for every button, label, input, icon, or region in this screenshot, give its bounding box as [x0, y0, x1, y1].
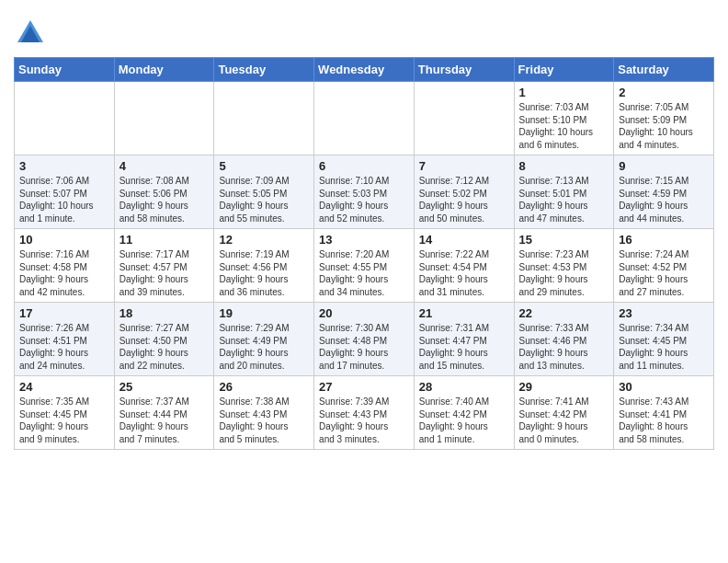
- day-info: Sunrise: 7:06 AM Sunset: 5:07 PM Dayligh…: [19, 175, 109, 224]
- day-info: Sunrise: 7:23 AM Sunset: 4:53 PM Dayligh…: [519, 248, 609, 298]
- day-info: Sunrise: 7:05 AM Sunset: 5:09 PM Dayligh…: [619, 101, 709, 151]
- calendar-cell: [15, 82, 115, 155]
- calendar-cell: 24Sunrise: 7:35 AM Sunset: 4:45 PM Dayli…: [15, 376, 115, 450]
- day-info: Sunrise: 7:29 AM Sunset: 4:49 PM Dayligh…: [219, 322, 309, 372]
- calendar-cell: 2Sunrise: 7:05 AM Sunset: 5:09 PM Daylig…: [614, 82, 714, 155]
- calendar-cell: 17Sunrise: 7:26 AM Sunset: 4:51 PM Dayli…: [15, 303, 115, 376]
- day-info: Sunrise: 7:43 AM Sunset: 4:41 PM Dayligh…: [619, 396, 709, 445]
- calendar-cell: 6Sunrise: 7:10 AM Sunset: 5:03 PM Daylig…: [314, 155, 415, 229]
- day-number: 16: [619, 233, 709, 247]
- day-number: 12: [219, 233, 309, 247]
- day-number: 14: [419, 233, 509, 247]
- calendar-cell: 18Sunrise: 7:27 AM Sunset: 4:50 PM Dayli…: [114, 303, 214, 376]
- day-number: 23: [619, 306, 709, 320]
- day-number: 17: [19, 306, 109, 320]
- day-number: 24: [19, 380, 109, 394]
- day-number: 30: [619, 380, 709, 394]
- day-number: 13: [319, 233, 409, 247]
- calendar-cell: 10Sunrise: 7:16 AM Sunset: 4:58 PM Dayli…: [15, 229, 115, 303]
- day-info: Sunrise: 7:16 AM Sunset: 4:58 PM Dayligh…: [19, 248, 109, 298]
- day-number: 5: [219, 159, 309, 173]
- day-info: Sunrise: 7:30 AM Sunset: 4:48 PM Dayligh…: [319, 322, 409, 372]
- calendar-cell: 13Sunrise: 7:20 AM Sunset: 4:55 PM Dayli…: [314, 229, 415, 303]
- day-info: Sunrise: 7:37 AM Sunset: 4:44 PM Dayligh…: [119, 396, 210, 445]
- day-of-week-header: Sunday: [15, 58, 115, 82]
- logo: [14, 17, 51, 50]
- day-info: Sunrise: 7:24 AM Sunset: 4:52 PM Dayligh…: [619, 248, 709, 298]
- day-info: Sunrise: 7:17 AM Sunset: 4:57 PM Dayligh…: [119, 248, 210, 298]
- calendar-cell: 22Sunrise: 7:33 AM Sunset: 4:46 PM Dayli…: [514, 303, 614, 376]
- calendar-cell: 25Sunrise: 7:37 AM Sunset: 4:44 PM Dayli…: [114, 376, 214, 450]
- calendar-cell: 21Sunrise: 7:31 AM Sunset: 4:47 PM Dayli…: [414, 303, 514, 376]
- calendar-cell: [114, 82, 214, 155]
- day-number: 11: [119, 233, 210, 247]
- day-info: Sunrise: 7:39 AM Sunset: 4:43 PM Dayligh…: [319, 396, 409, 445]
- calendar-cell: 14Sunrise: 7:22 AM Sunset: 4:54 PM Dayli…: [414, 229, 514, 303]
- day-number: 20: [319, 306, 409, 320]
- day-number: 25: [119, 380, 210, 394]
- day-number: 18: [119, 306, 210, 320]
- day-number: 28: [419, 380, 509, 394]
- day-of-week-header: Tuesday: [214, 58, 314, 82]
- calendar-cell: 19Sunrise: 7:29 AM Sunset: 4:49 PM Dayli…: [214, 303, 314, 376]
- day-number: 21: [419, 306, 509, 320]
- calendar-cell: 28Sunrise: 7:40 AM Sunset: 4:42 PM Dayli…: [414, 376, 514, 450]
- calendar-cell: 23Sunrise: 7:34 AM Sunset: 4:45 PM Dayli…: [614, 303, 714, 376]
- day-number: 29: [519, 380, 609, 394]
- day-of-week-header: Wednesday: [314, 58, 415, 82]
- day-info: Sunrise: 7:08 AM Sunset: 5:06 PM Dayligh…: [119, 175, 210, 224]
- calendar-week-row: 3Sunrise: 7:06 AM Sunset: 5:07 PM Daylig…: [15, 155, 714, 229]
- day-info: Sunrise: 7:10 AM Sunset: 5:03 PM Dayligh…: [319, 175, 409, 224]
- page: SundayMondayTuesdayWednesdayThursdayFrid…: [0, 0, 728, 464]
- calendar-cell: [314, 82, 415, 155]
- day-info: Sunrise: 7:22 AM Sunset: 4:54 PM Dayligh…: [419, 248, 509, 298]
- calendar-cell: 4Sunrise: 7:08 AM Sunset: 5:06 PM Daylig…: [114, 155, 214, 229]
- day-number: 22: [519, 306, 609, 320]
- header: [14, 9, 714, 50]
- calendar-cell: 12Sunrise: 7:19 AM Sunset: 4:56 PM Dayli…: [214, 229, 314, 303]
- day-of-week-header: Friday: [514, 58, 614, 82]
- day-info: Sunrise: 7:12 AM Sunset: 5:02 PM Dayligh…: [419, 175, 509, 224]
- calendar-cell: 7Sunrise: 7:12 AM Sunset: 5:02 PM Daylig…: [414, 155, 514, 229]
- day-number: 19: [219, 306, 309, 320]
- calendar-header-row: SundayMondayTuesdayWednesdayThursdayFrid…: [15, 58, 714, 82]
- day-info: Sunrise: 7:19 AM Sunset: 4:56 PM Dayligh…: [219, 248, 309, 298]
- day-number: 1: [519, 86, 609, 99]
- day-of-week-header: Monday: [114, 58, 214, 82]
- day-info: Sunrise: 7:38 AM Sunset: 4:43 PM Dayligh…: [219, 396, 309, 445]
- calendar-week-row: 17Sunrise: 7:26 AM Sunset: 4:51 PM Dayli…: [15, 303, 714, 376]
- calendar-cell: [414, 82, 514, 155]
- calendar-cell: 29Sunrise: 7:41 AM Sunset: 4:42 PM Dayli…: [514, 376, 614, 450]
- logo-icon: [14, 17, 47, 50]
- day-of-week-header: Saturday: [614, 58, 714, 82]
- day-info: Sunrise: 7:15 AM Sunset: 4:59 PM Dayligh…: [619, 175, 709, 224]
- day-number: 27: [319, 380, 409, 394]
- day-info: Sunrise: 7:34 AM Sunset: 4:45 PM Dayligh…: [619, 322, 709, 372]
- day-info: Sunrise: 7:26 AM Sunset: 4:51 PM Dayligh…: [19, 322, 109, 372]
- day-info: Sunrise: 7:13 AM Sunset: 5:01 PM Dayligh…: [519, 175, 609, 224]
- calendar-cell: [214, 82, 314, 155]
- calendar-cell: 9Sunrise: 7:15 AM Sunset: 4:59 PM Daylig…: [614, 155, 714, 229]
- day-number: 8: [519, 159, 609, 173]
- day-number: 2: [619, 86, 709, 99]
- calendar-cell: 16Sunrise: 7:24 AM Sunset: 4:52 PM Dayli…: [614, 229, 714, 303]
- day-number: 7: [419, 159, 509, 173]
- calendar-cell: 20Sunrise: 7:30 AM Sunset: 4:48 PM Dayli…: [314, 303, 415, 376]
- day-info: Sunrise: 7:09 AM Sunset: 5:05 PM Dayligh…: [219, 175, 309, 224]
- calendar-week-row: 24Sunrise: 7:35 AM Sunset: 4:45 PM Dayli…: [15, 376, 714, 450]
- calendar-cell: 8Sunrise: 7:13 AM Sunset: 5:01 PM Daylig…: [514, 155, 614, 229]
- day-number: 10: [19, 233, 109, 247]
- day-info: Sunrise: 7:40 AM Sunset: 4:42 PM Dayligh…: [419, 396, 509, 445]
- calendar-cell: 30Sunrise: 7:43 AM Sunset: 4:41 PM Dayli…: [614, 376, 714, 450]
- calendar-week-row: 10Sunrise: 7:16 AM Sunset: 4:58 PM Dayli…: [15, 229, 714, 303]
- calendar-cell: 15Sunrise: 7:23 AM Sunset: 4:53 PM Dayli…: [514, 229, 614, 303]
- day-info: Sunrise: 7:27 AM Sunset: 4:50 PM Dayligh…: [119, 322, 210, 372]
- day-info: Sunrise: 7:20 AM Sunset: 4:55 PM Dayligh…: [319, 248, 409, 298]
- calendar-cell: 27Sunrise: 7:39 AM Sunset: 4:43 PM Dayli…: [314, 376, 415, 450]
- day-number: 15: [519, 233, 609, 247]
- calendar-cell: 11Sunrise: 7:17 AM Sunset: 4:57 PM Dayli…: [114, 229, 214, 303]
- day-number: 26: [219, 380, 309, 394]
- day-number: 9: [619, 159, 709, 173]
- day-info: Sunrise: 7:03 AM Sunset: 5:10 PM Dayligh…: [519, 101, 609, 151]
- calendar-week-row: 1Sunrise: 7:03 AM Sunset: 5:10 PM Daylig…: [15, 82, 714, 155]
